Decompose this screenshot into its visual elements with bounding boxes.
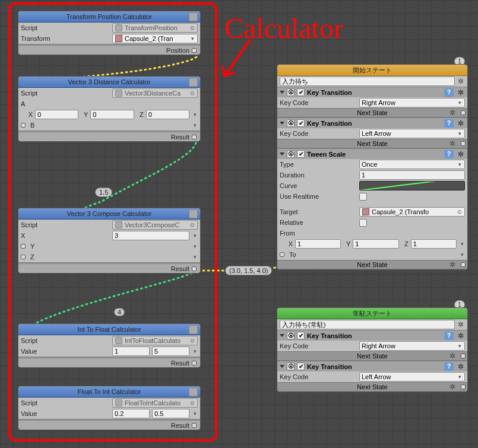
x-field[interactable]: 3 [112,231,189,240]
enable-checkbox[interactable]: ⦿ [287,119,295,127]
dropdown-icon[interactable]: ▾ [459,241,465,247]
enable-checkbox[interactable]: ⦿ [287,88,295,96]
value-field-2[interactable]: 5 [152,347,189,356]
next-state-bar[interactable]: Next State ✲ [277,260,467,269]
port-y-in[interactable] [21,244,26,249]
gear-icon[interactable]: ✲ [448,352,457,360]
active-checkbox[interactable]: ✔ [297,150,305,158]
gear-icon[interactable]: ✲ [456,332,465,340]
from-y-field[interactable]: 1 [353,239,398,249]
gear-icon[interactable]: ✲ [448,383,457,391]
node-transform-position-calculator[interactable]: Transform Position Calculator Script Tra… [18,11,201,55]
expand-icon[interactable] [280,365,284,368]
port-next-state[interactable] [461,385,466,389]
a-x-field[interactable]: 0 [35,110,78,119]
value-field-1[interactable]: 1 [112,347,150,356]
active-checkbox[interactable]: ✔ [297,119,305,127]
node-float-to-int-calculator[interactable]: Float To Int Calculator Script FloatToIn… [18,386,201,430]
curve-field[interactable] [359,181,465,190]
node-state-stay[interactable]: 常駐ステート 入力待ち(常駐) ✲ ⦿ ✔ Key Transition ? ✲… [277,307,468,392]
node-header[interactable]: 常駐ステート [277,308,467,319]
node-int-to-float-calculator[interactable]: Int To Float Calculator Script IntToFloa… [18,323,201,368]
node-header[interactable]: Int To Float Calculator [18,324,200,335]
a-z-field[interactable]: 0 [146,110,189,119]
use-realtime-checkbox[interactable] [359,193,367,201]
object-picker-icon[interactable]: ⊙ [189,90,195,96]
port-position[interactable] [192,48,197,53]
value-field-1[interactable]: 0.2 [112,409,150,418]
port-to-in[interactable] [280,252,284,257]
help-icon[interactable]: ? [444,88,454,97]
type-field[interactable]: Once▾ [359,160,465,169]
port-result[interactable] [192,266,197,271]
port-b-in[interactable] [21,123,26,128]
keycode-field[interactable]: Left Arrow▾ [359,372,465,382]
gear-icon[interactable]: ✲ [456,320,465,329]
dropdown-icon[interactable]: ▾ [192,112,198,117]
port-next-state[interactable] [461,354,466,358]
value-field-2[interactable]: 0.5 [152,409,189,418]
dropdown-icon[interactable]: ▾ [189,36,195,42]
dropdown-icon[interactable]: ▾ [192,122,198,128]
a-y-field[interactable]: 0 [90,110,134,119]
object-picker-icon[interactable]: ⊙ [189,400,195,406]
script-field[interactable]: IntToFloatCalculato⊙ [112,336,198,345]
active-checkbox[interactable]: ✔ [297,363,305,370]
node-header[interactable]: Transform Position Calculator [18,11,200,23]
gear-icon[interactable]: ✲ [456,150,465,158]
behavior-header-key-transition[interactable]: ⦿ ✔ Key Transition ? ✲ [277,87,467,97]
help-icon[interactable]: ? [444,150,454,158]
dropdown-icon[interactable]: ▾ [192,233,198,239]
object-picker-icon[interactable]: ⊙ [189,222,195,228]
behavior-header-key-transition[interactable]: ⦿ ✔ Key Transition ? ✲ [277,330,467,341]
next-state-bar[interactable]: Next State ✲ [277,108,467,117]
keycode-field[interactable]: Right Arrow▾ [359,98,465,107]
dropdown-icon[interactable]: ▾ [192,348,198,354]
duration-field[interactable]: 1 [359,170,465,180]
dropdown-icon[interactable]: ▾ [192,411,198,417]
node-vector3-distance-calculator[interactable]: Vector 3 Distance Calculator Script Vect… [18,76,201,142]
expand-icon[interactable] [280,334,284,337]
script-field[interactable]: Vector3DistanceCa⊙ [112,88,198,98]
next-state-bar[interactable]: Next State ✲ [277,351,467,361]
keycode-field[interactable]: Right Arrow▾ [359,341,465,351]
dropdown-icon[interactable]: ▾ [459,252,465,258]
active-checkbox[interactable]: ✔ [297,332,305,339]
port-next-state[interactable] [461,141,466,146]
gear-icon[interactable]: ✲ [448,109,457,117]
expand-icon[interactable] [280,91,284,94]
node-state-start[interactable]: 開始ステート 入力待ち ✲ ⦿ ✔ Key Transition ? ✲ Key… [277,64,468,270]
dropdown-icon[interactable]: ▾ [192,254,198,260]
port-next-state[interactable] [461,262,466,267]
state-name-field[interactable]: 入力待ち(常駐) [280,320,455,329]
port-result[interactable] [192,423,197,428]
object-picker-icon[interactable]: ⊙ [189,338,195,344]
from-x-field[interactable]: 1 [295,239,341,249]
node-header[interactable]: 開始ステート [277,65,467,76]
state-name-field[interactable]: 入力待ち [280,77,455,86]
gear-icon[interactable]: ✲ [456,77,465,85]
object-picker-icon[interactable]: ⊙ [189,25,195,31]
next-state-bar[interactable]: Next State ✲ [277,382,467,392]
node-header[interactable]: Float To Int Calculator [18,386,200,398]
enable-checkbox[interactable]: ⦿ [287,363,295,370]
node-header[interactable]: Vector 3 Compose Calculator [18,208,200,220]
transform-field[interactable]: Capsule_2 (Tran▾ [112,34,198,43]
help-icon[interactable]: ? [444,332,454,340]
help-icon[interactable]: ? [444,119,454,128]
port-result[interactable] [192,361,197,366]
behavior-header-tween-scale[interactable]: ⦿ ✔ Tween Scale ? ✲ [277,148,467,159]
behavior-header-key-transition[interactable]: ⦿ ✔ Key Transition ? ✲ [277,117,467,128]
gear-icon[interactable]: ✲ [448,139,457,148]
enable-checkbox[interactable]: ⦿ [287,332,295,339]
expand-icon[interactable] [280,122,284,125]
behavior-header-key-transition[interactable]: ⦿ ✔ Key Transition ? ✲ [277,361,467,371]
script-field[interactable]: Vector3ComposeC⊙ [112,220,198,230]
target-field[interactable]: Capsule_2 (Transfo⊙ [359,207,465,217]
gear-icon[interactable]: ✲ [456,119,465,128]
gear-icon[interactable]: ✲ [456,88,465,97]
expand-icon[interactable] [280,152,284,155]
active-checkbox[interactable]: ✔ [297,88,305,96]
dropdown-icon[interactable]: ▾ [192,243,198,249]
enable-checkbox[interactable]: ⦿ [287,150,295,158]
